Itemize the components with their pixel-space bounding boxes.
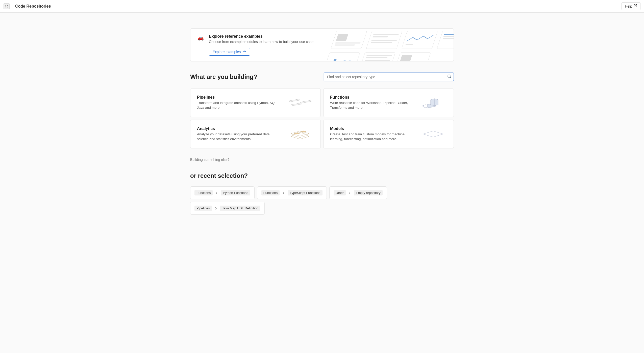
- arrow-right-icon: [243, 50, 246, 54]
- page-title: Code Repositories: [15, 4, 51, 9]
- header-left: Code Repositories: [4, 3, 51, 9]
- card-text: Models Create, test and train custom mod…: [330, 126, 413, 142]
- recent-name-chip: Python Functions: [221, 190, 250, 195]
- card-description: Transform and integrate datasets using P…: [197, 101, 280, 110]
- help-button[interactable]: Help: [622, 2, 640, 10]
- chevron-right-icon: [215, 191, 218, 194]
- card-text: Analytics Analyze your datasets using yo…: [197, 126, 280, 142]
- models-illustration: [419, 126, 447, 142]
- building-something-else-link[interactable]: Building something else?: [190, 158, 454, 162]
- recent-category-chip: Other: [334, 190, 346, 195]
- card-title: Functions: [330, 95, 413, 100]
- building-heading: What are you building?: [190, 73, 257, 80]
- chevron-right-icon: [282, 191, 285, 194]
- card-description: Write reusable code for Workshop, Pipeli…: [330, 101, 413, 110]
- building-heading-row: What are you building?: [190, 73, 454, 81]
- repository-type-search-input[interactable]: [324, 73, 454, 81]
- category-card-functions[interactable]: Functions Write reusable code for Worksh…: [323, 88, 454, 117]
- banner-content: Explore reference examples Choose from e…: [209, 34, 447, 56]
- card-text: Pipelines Transform and integrate datase…: [197, 95, 280, 110]
- card-description: Analyze your datasets using your preferr…: [197, 132, 280, 142]
- card-title: Pipelines: [197, 95, 280, 100]
- category-card-analytics[interactable]: Analytics Analyze your datasets using yo…: [190, 120, 321, 148]
- recent-name-chip: TypeScript Functions: [288, 190, 322, 195]
- card-title: Models: [330, 126, 413, 131]
- help-button-label: Help: [625, 4, 632, 8]
- search-wrapper: [324, 73, 454, 81]
- recent-category-chip: Functions: [261, 190, 280, 195]
- recent-card-empty-repository[interactable]: Other Empty repository: [329, 186, 387, 199]
- category-grid: Pipelines Transform and integrate datase…: [190, 88, 454, 148]
- banner-title: Explore reference examples: [209, 34, 447, 39]
- analytics-illustration: [286, 126, 314, 142]
- svg-rect-23: [366, 57, 387, 58]
- external-link-icon: [634, 4, 637, 8]
- explore-examples-button[interactable]: Explore examples: [209, 48, 250, 56]
- card-description: Create, test and train custom models for…: [330, 132, 413, 142]
- recent-name-chip: Java Map UDF Definition: [220, 206, 261, 211]
- code-icon: [4, 3, 10, 9]
- functions-illustration: [419, 95, 447, 111]
- recent-card-java-map-udf[interactable]: Pipelines Java Map UDF Definition: [190, 202, 265, 215]
- category-card-pipelines[interactable]: Pipelines Transform and integrate datase…: [190, 88, 321, 117]
- recent-name-chip: Empty repository: [354, 190, 383, 195]
- card-text: Functions Write reusable code for Worksh…: [330, 95, 413, 110]
- chevron-right-icon: [348, 191, 351, 194]
- explore-button-label: Explore examples: [213, 50, 241, 54]
- recent-card-python-functions[interactable]: Functions Python Functions: [190, 186, 255, 199]
- car-icon: 🚗: [197, 35, 204, 41]
- recent-card-typescript-functions[interactable]: Functions TypeScript Functions: [257, 186, 327, 199]
- explore-banner: 🚗 Explore reference examples Choose from…: [190, 28, 454, 61]
- recent-row: Functions Python Functions Functions Typ…: [190, 186, 454, 215]
- recent-category-chip: Functions: [194, 190, 213, 195]
- recent-heading: or recent selection?: [190, 172, 454, 179]
- main-content: 🚗 Explore reference examples Choose from…: [190, 13, 454, 225]
- app-header: Code Repositories Help: [0, 0, 644, 13]
- svg-rect-24: [365, 60, 390, 61]
- pipelines-illustration: [286, 95, 314, 111]
- chevron-right-icon: [214, 207, 217, 210]
- recent-category-chip: Pipelines: [194, 206, 212, 211]
- banner-description: Choose from example modules to learn how…: [209, 40, 447, 44]
- card-title: Analytics: [197, 126, 280, 131]
- category-card-models[interactable]: Models Create, test and train custom mod…: [323, 120, 454, 148]
